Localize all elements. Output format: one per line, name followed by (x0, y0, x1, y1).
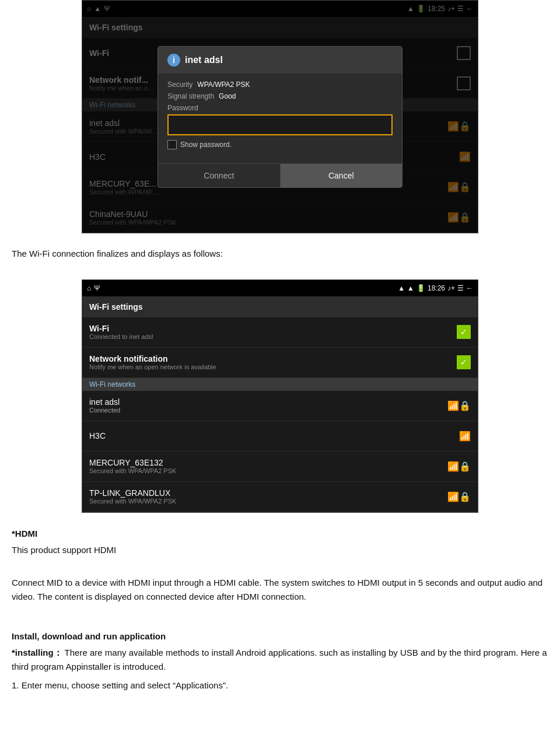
wifi-signal-mercury-2: 📶🔒 (447, 461, 471, 472)
wifi-connect-dialog: i inet adsl Security WPA/WPA2 PSK Signal… (158, 46, 402, 188)
wifi-signal-tplink: 📶🔒 (447, 491, 471, 502)
info-icon: i (167, 54, 180, 67)
home-icon-2: ⌂ (87, 284, 91, 292)
dialog-header: i inet adsl (158, 47, 402, 74)
network-row-h3c-2[interactable]: H3C 📶 (82, 421, 478, 452)
wifi-icon-2: ▲ (398, 284, 405, 292)
step-1-text: 1. Enter menu, choose setting and select… (12, 678, 548, 692)
wifi-main-row[interactable]: Wi-Fi Connected to inet adsl ✓ (82, 317, 478, 348)
android-screen-2: ⌂ Ψ ▲ ▲ 🔋 18:26 ♪+ ☰ ← Wi-Fi settings (82, 279, 478, 513)
security-row: Security WPA/WPA2 PSK (167, 81, 393, 89)
dialog-body: Security WPA/WPA2 PSK Signal strength Go… (158, 74, 402, 163)
show-password-checkbox[interactable] (167, 140, 177, 149)
wifi-dialog-overlay: i inet adsl Security WPA/WPA2 PSK Signal… (82, 1, 478, 233)
installing-text: *installing： There are many available me… (12, 646, 548, 674)
wifi-enabled-check[interactable]: ✓ (457, 325, 471, 339)
password-input[interactable] (167, 114, 393, 135)
hdmi-support-text: This product support HDMI (12, 543, 548, 557)
battery-icon-2: 🔋 (416, 284, 425, 292)
network-notif-check[interactable]: ✓ (457, 355, 471, 369)
dialog-buttons: Connect Cancel (158, 163, 402, 187)
wifi-networks-header-2: Wi-Fi networks (82, 378, 478, 391)
menu-icon-2: ☰ (457, 284, 464, 292)
back-icon-2: ← (466, 284, 473, 292)
network-row-mercury-2[interactable]: MERCURY_63E132 Secured with WPA/WPA2 PSK… (82, 452, 478, 482)
connect-button[interactable]: Connect (158, 164, 281, 187)
status-left-2: ⌂ Ψ (87, 284, 100, 292)
network-row-tplink[interactable]: TP-LINK_GRANDLUX Secured with WPA/WPA2 P… (82, 482, 478, 512)
signal-icon-2: ▲ (407, 284, 414, 292)
page: ⌂ ▲ Ψ ▲ 🔋 18:25 ♪+ ☰ ← Wi-Fi settings (0, 0, 560, 706)
hdmi-heading: *HDMI (12, 527, 548, 541)
volume-icon-2: ♪+ (447, 284, 455, 292)
screenshot-1: ⌂ ▲ Ψ ▲ 🔋 18:25 ♪+ ☰ ← Wi-Fi settings (82, 0, 478, 233)
usb-icon-2: Ψ (94, 284, 100, 292)
status-bar-2: ⌂ Ψ ▲ ▲ 🔋 18:26 ♪+ ☰ ← (82, 280, 478, 296)
show-password-row[interactable]: Show password. (167, 140, 393, 149)
status-right-2: ▲ ▲ 🔋 18:26 ♪+ ☰ ← (398, 284, 473, 292)
network-row-inet-adsl-2[interactable]: inet adsl Connected 📶🔒 (82, 391, 478, 421)
time-display-2: 18:26 (428, 284, 445, 292)
cancel-button[interactable]: Cancel (281, 164, 402, 187)
hdmi-connect-text: Connect MID to a device with HDMI input … (12, 576, 548, 604)
screenshot-2: ⌂ Ψ ▲ ▲ 🔋 18:26 ♪+ ☰ ← Wi-Fi settings (82, 279, 478, 513)
password-label: Password (167, 104, 393, 112)
wifi-signal-inet-2: 📶🔒 (447, 400, 471, 411)
description-text-1: The Wi-Fi connection finalizes and displ… (0, 233, 560, 270)
bottom-text-section: *HDMI This product support HDMI Connect … (0, 522, 560, 706)
wifi-signal-h3c-2: 📶 (459, 431, 471, 442)
android-screen-1: ⌂ ▲ Ψ ▲ 🔋 18:25 ♪+ ☰ ← Wi-Fi settings (82, 0, 478, 233)
wifi-settings-title-2: Wi-Fi settings (82, 296, 478, 317)
install-heading: Install, download and run application (12, 629, 548, 643)
signal-row: Signal strength Good (167, 92, 393, 100)
network-notif-row-2[interactable]: Network notification Notify me when an o… (82, 348, 478, 378)
